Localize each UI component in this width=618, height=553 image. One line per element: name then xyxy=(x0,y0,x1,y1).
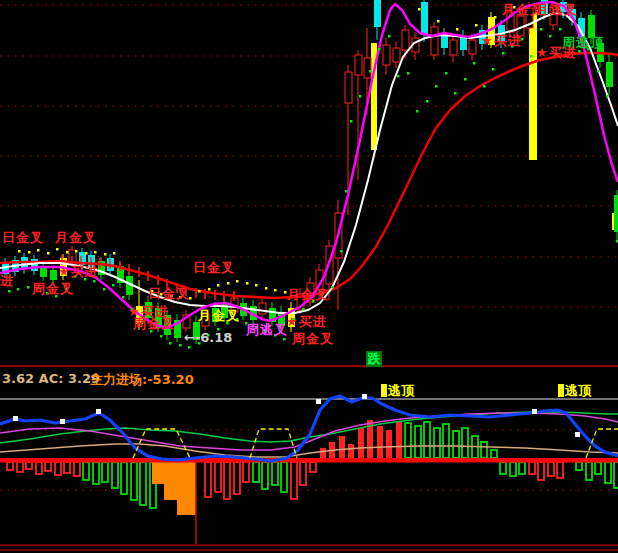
orange-block xyxy=(164,462,177,500)
yellow-dot xyxy=(274,289,277,292)
green-dot xyxy=(236,318,239,321)
candle-body xyxy=(374,0,381,27)
green-dot xyxy=(150,330,153,333)
indicator-bar xyxy=(102,462,108,482)
yellow-block-icon xyxy=(381,384,387,397)
green-dot xyxy=(302,308,305,311)
yellow-dot xyxy=(255,284,258,287)
green-dot xyxy=(179,344,182,347)
green-dot xyxy=(8,290,11,293)
indicator-bar xyxy=(529,462,535,474)
green-dot xyxy=(350,120,353,123)
yellow-dot xyxy=(56,248,59,251)
indicator-bar xyxy=(424,422,430,458)
yellow-dot xyxy=(265,287,268,290)
green-dot xyxy=(473,62,476,65)
green-dot xyxy=(369,70,372,73)
indicator-bar xyxy=(121,462,127,494)
candle-body xyxy=(202,314,209,326)
yellow-dot xyxy=(198,290,201,293)
indicator-bar xyxy=(358,428,364,458)
green-dot xyxy=(321,292,324,295)
indicator-bar xyxy=(386,430,392,458)
green-dot xyxy=(578,50,581,53)
indicator-bar xyxy=(300,462,306,485)
chart-canvas[interactable] xyxy=(0,0,618,553)
candle-body xyxy=(193,322,200,340)
candle-body xyxy=(550,6,557,25)
candle-body xyxy=(469,40,476,54)
candle-body xyxy=(614,195,618,232)
indicator-bar xyxy=(64,462,70,473)
green-dot xyxy=(549,35,552,38)
green-dot xyxy=(454,92,457,95)
indicator-bar xyxy=(83,462,89,480)
candle-body xyxy=(383,45,390,65)
yellow-dot xyxy=(160,293,163,296)
green-dot xyxy=(426,100,429,103)
indicator-bar xyxy=(576,462,582,470)
indicator-bar xyxy=(205,462,211,497)
green-dot xyxy=(483,85,486,88)
yellow-dot xyxy=(284,291,287,294)
line-marker xyxy=(96,409,101,414)
indicator-bar xyxy=(491,450,497,458)
indicator-bar xyxy=(348,444,354,458)
candle-body xyxy=(212,308,219,322)
yellow-dot xyxy=(456,28,459,31)
yellow-dot xyxy=(94,251,97,254)
candle-body xyxy=(164,315,171,335)
green-dot xyxy=(84,278,87,281)
indicator-bar xyxy=(140,462,146,505)
die-badge: 跌 xyxy=(366,351,382,367)
candle-body xyxy=(606,62,613,87)
yellow-dot xyxy=(513,6,516,9)
indicator-bar xyxy=(339,436,345,458)
green-dot xyxy=(397,75,400,78)
green-dot xyxy=(103,288,106,291)
main-force-value: 主力进场:-53.20 xyxy=(90,371,194,389)
green-dot xyxy=(568,45,571,48)
line-marker xyxy=(316,399,321,404)
orange-block xyxy=(152,462,164,484)
candle-body xyxy=(402,30,409,50)
indicator-bar xyxy=(519,462,525,474)
green-dot xyxy=(245,322,248,325)
green-dot xyxy=(17,288,20,291)
green-dot xyxy=(255,326,258,329)
yellow-dot xyxy=(66,251,69,254)
indicator-bar xyxy=(36,462,42,474)
yellow-dot xyxy=(418,8,421,11)
indicator-bar xyxy=(500,462,506,474)
green-dot xyxy=(160,335,163,338)
candle-body xyxy=(259,303,266,314)
yellow-dot xyxy=(246,282,249,285)
line-marker xyxy=(60,419,65,424)
indicator-bar xyxy=(548,462,554,476)
green-dot xyxy=(416,110,419,113)
yellow-dot xyxy=(494,16,497,19)
green-dot xyxy=(274,334,277,337)
indicator-bar xyxy=(253,462,259,482)
indicator-bar xyxy=(272,462,278,485)
highlight-strip xyxy=(529,13,537,160)
yellow-dot xyxy=(37,249,40,252)
candle-body xyxy=(145,302,152,318)
green-dot xyxy=(407,72,410,75)
yellow-dot xyxy=(28,251,31,254)
green-dot xyxy=(378,48,381,51)
green-dot xyxy=(293,318,296,321)
indicator-bar xyxy=(614,462,618,488)
green-dot xyxy=(93,280,96,283)
line-marker xyxy=(575,432,580,437)
indicator-bar xyxy=(17,462,23,472)
green-dot xyxy=(388,35,391,38)
yellow-dot xyxy=(236,280,239,283)
indicator-info-bar: 3.62 AC: 3.29 主力进场:-53.20 xyxy=(0,369,618,397)
indicator-bar xyxy=(281,462,287,492)
green-dot xyxy=(492,68,495,71)
yellow-dot xyxy=(475,24,478,27)
yellow-dot xyxy=(151,290,154,293)
blue-line xyxy=(0,396,618,461)
indicator-bar xyxy=(462,428,468,458)
